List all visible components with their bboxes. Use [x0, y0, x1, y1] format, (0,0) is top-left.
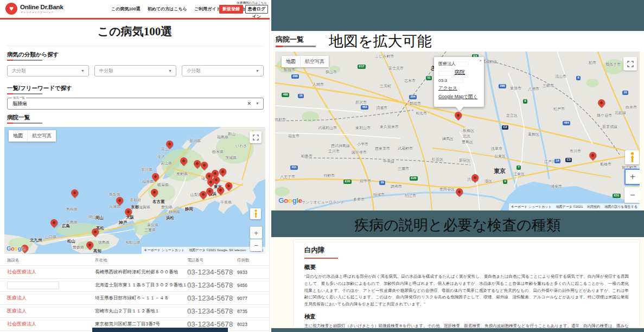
nav-item-2[interactable]: ご利用ガイド	[194, 6, 221, 12]
google-logo-letter: o	[288, 196, 292, 205]
japan-map[interactable]: 郡山福島県いわき新潟県栃木県茨城県富山金沢富山県石川県長野県埼玉県福井県岐阜県山…	[4, 127, 265, 254]
map-type-toggle[interactable]: 地図航空写真	[282, 56, 329, 67]
map-type-map[interactable]: 地図	[9, 130, 27, 142]
map-label: 狛江市	[405, 193, 416, 199]
map-label: 新宿区	[459, 158, 470, 163]
screenshot-stage: ♥ Online Dr.Bank オンラインドクターバンク この病気100選初め…	[0, 0, 644, 332]
map-label: 志木市	[404, 78, 416, 84]
map-type-satellite[interactable]: 航空写真	[27, 130, 56, 142]
facility-address: 北海道士別市東１１条５丁目３０２９番地１	[95, 282, 187, 289]
case-count: 9456	[237, 283, 270, 288]
route-shield: E20	[410, 176, 418, 181]
open-google-map-link[interactable]: Google Mapで開く	[438, 94, 480, 100]
map-label: 三鷹市	[398, 166, 409, 171]
info-window-tail	[455, 106, 464, 111]
attribution-item-0: キーボード ショートカット	[142, 247, 187, 254]
map-label: 日野市	[323, 173, 335, 178]
category-select-1[interactable]: 中分類▼	[94, 65, 176, 76]
chevron-down-icon[interactable]: ▼	[256, 98, 259, 109]
zoom-out-button[interactable]: −	[250, 239, 262, 251]
access-link[interactable]: アクセス	[438, 85, 480, 92]
popup-hospital-link[interactable]: 病院	[438, 69, 480, 76]
map-label: 西武拝島線	[331, 143, 350, 149]
heading-underline	[7, 93, 42, 94]
map-type-satellite[interactable]: 航空写真	[300, 56, 329, 67]
map-label: 武蔵村山市	[318, 125, 337, 131]
route-shield: 9	[503, 180, 507, 184]
map-label: 東久留米市	[380, 124, 399, 130]
redacted-box	[447, 79, 463, 83]
map-label: 福井県	[142, 179, 154, 184]
teal-strip-bottom	[271, 328, 644, 332]
classification-heading: 病気の分類から探す	[7, 51, 59, 59]
map-label: 鎌ケ谷市	[597, 113, 612, 118]
attribution-item-3[interactable]: 地図の誤りを報告する	[602, 203, 640, 210]
map-label: 岐阜県	[157, 182, 169, 188]
map-label: 三郷市	[543, 83, 554, 88]
pegman-street-view[interactable]	[250, 208, 261, 219]
map-label: 練馬区	[442, 136, 454, 142]
google-logo-letter: G	[7, 245, 11, 252]
attribution-item-2[interactable]: 利用規約	[585, 203, 602, 210]
map-label: 長野県	[176, 171, 188, 177]
category-select-0[interactable]: 大分類▼	[7, 65, 89, 76]
map-label: 柏市	[589, 60, 596, 66]
google-logo[interactable]: Google	[7, 245, 25, 252]
select-placeholder: 大分類	[12, 66, 26, 76]
register-button[interactable]: 新規登録	[219, 5, 243, 14]
map-label: 入間市	[313, 82, 324, 87]
column-header-1: 所在地	[95, 258, 187, 263]
google-logo[interactable]: Google	[278, 196, 302, 205]
google-logo-letter: o	[284, 196, 288, 205]
route-shield: E17	[358, 65, 366, 69]
freeword-heading: 一覧/フリーワードで探す	[7, 85, 72, 92]
map-label: 石川県	[141, 167, 152, 173]
patient-login-button[interactable]: 患者ログイン	[245, 5, 268, 14]
facility-name-link[interactable]	[7, 282, 95, 289]
map-label: 郡山	[228, 131, 235, 137]
map-label: 多摩市	[353, 197, 365, 202]
annotation-zoomable-map: 地図を拡大可能	[329, 31, 432, 51]
map-label: 八潮市	[528, 86, 539, 92]
pegman-street-view[interactable]	[625, 150, 639, 164]
facility-name-link[interactable]: 社会医療法人	[7, 321, 95, 328]
clear-icon[interactable]: ✕	[247, 98, 251, 109]
zoom-in-button[interactable]: +	[624, 169, 640, 185]
right-panel: 病院一覧 地図を拡大可能	[271, 0, 644, 332]
fullscreen-button[interactable]	[250, 131, 262, 143]
map-type-toggle[interactable]: 地図航空写真	[9, 130, 56, 142]
category-select-2[interactable]: 小分類▼	[182, 65, 264, 76]
chevron-down-icon: ▼	[81, 66, 85, 76]
facility-name-link[interactable]: 社会医療法人	[7, 269, 95, 276]
map-label: 浜松	[166, 215, 174, 221]
map-label: 栃木県	[212, 149, 224, 155]
map-label: 北九州	[30, 238, 42, 243]
zoom-in-button[interactable]: +	[250, 227, 262, 239]
map-label: 西東京市	[375, 146, 390, 151]
map-label: 羽村市	[275, 117, 286, 123]
overview-heading: 概要	[304, 264, 629, 271]
close-icon[interactable]: ×	[479, 58, 482, 63]
nav-item-1[interactable]: 初めての方はこちら	[148, 6, 187, 12]
map-label: 調布市	[391, 184, 402, 189]
nav-item-0[interactable]: この病気100選	[111, 6, 141, 12]
map-label: 北区	[463, 133, 470, 139]
tokyo-area-map[interactable]: 飯能市狭山市入間市ふじみ野市富士見市志木市三芳町所沢市清瀬市朝霞市和光市武蔵村山…	[275, 52, 640, 210]
disease-search-field[interactable]: 病気一覧 脳腫瘍 ✕ ▼	[7, 98, 264, 110]
map-type-map[interactable]: 地図	[282, 56, 300, 67]
table-row: 北海道士別市東１１条５丁目３０２９番地１03-1234-56789456	[0, 279, 270, 292]
attribution-item-1[interactable]: 地図データ ©2021 Google, SK telecom	[187, 247, 248, 254]
map-label: 静岡	[185, 207, 193, 212]
attribution-item-1[interactable]: 地図データ ©2021	[554, 203, 585, 210]
map-label: 江東区	[513, 171, 525, 177]
map-label: 愛媛県	[73, 245, 84, 250]
case-count: 9077	[237, 296, 270, 301]
medical-institution-link[interactable]: 医療機関の方はこちら	[237, 1, 267, 5]
fullscreen-button[interactable]	[623, 57, 637, 71]
hospital-info-window[interactable]: × 医療法人 病院 03-3 アクセス Google Mapで開く	[434, 57, 484, 107]
map-label: 浦安市	[551, 184, 562, 189]
zoom-out-button[interactable]: −	[624, 187, 640, 203]
facility-name-link[interactable]: 医療法人	[7, 308, 95, 315]
hospital-list-heading: 病院一覧	[7, 114, 30, 122]
facility-name-link[interactable]: 医療法人	[7, 295, 95, 302]
